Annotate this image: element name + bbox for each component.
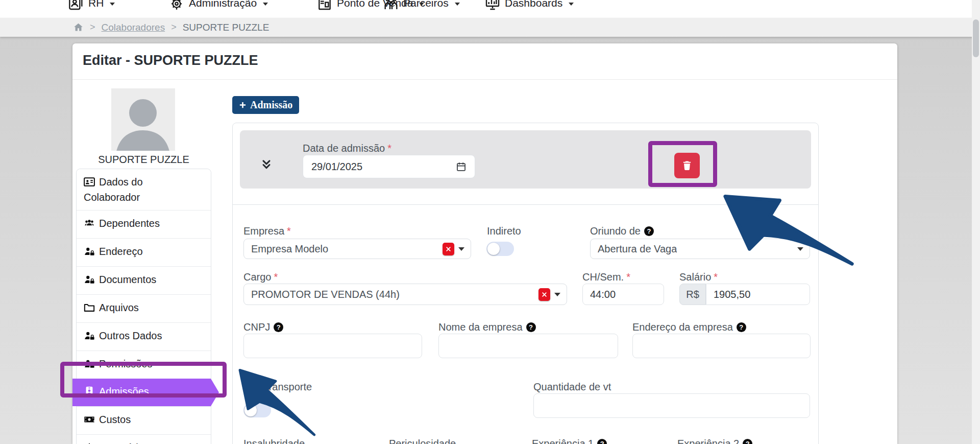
scales-icon [84,442,95,444]
admission-date-value: 29/01/2025 [311,161,456,173]
sidebar-item-dependentes[interactable]: Dependentes [77,210,211,238]
sidebar-item-custos[interactable]: Custos [77,406,211,434]
nome-da-empresa-input[interactable] [438,334,618,358]
partners-icon [383,0,399,11]
nav-item-label: Administração [189,0,257,9]
sidebar-item-label: Custos [99,414,131,425]
chevron-down-icon [263,3,268,6]
scrollbar-track[interactable] [972,0,980,444]
dropdown-caret-icon [797,247,803,251]
required-mark: * [714,271,718,283]
admission-date-label: Data de admissão* [303,143,391,154]
dropdown-caret-icon [554,293,560,296]
sidebar-item-dados-do-colaborador[interactable]: Dados do Colaborador [77,169,211,210]
quantidade-vt-input[interactable] [533,393,810,418]
sidebar-item-admissoes[interactable]: Admissões [72,379,219,406]
chevron-down-icon [455,3,460,6]
trash-icon [681,160,693,171]
angles-down-icon[interactable] [261,159,272,171]
user-lock-icon [84,246,95,260]
vale-transporte-label: Vale transporte [243,381,312,393]
empresa-select[interactable]: Empresa Modelo [243,239,471,259]
sidebar-item-permissoes[interactable]: Permissões [77,350,211,379]
cargo-value: PROMOTOR DE VENDAS (44h) [251,289,400,300]
question-icon[interactable]: ? [526,322,536,332]
add-admission-button[interactable]: Admissão [232,96,299,114]
quantidade-vt-label: Quantidade de vt [533,381,611,393]
empresa-label: Empresa* [243,225,291,237]
add-admission-label: Admissão [250,99,292,111]
calendar-icon[interactable] [456,161,467,172]
cnpj-input[interactable] [243,334,422,358]
indireto-toggle[interactable] [486,242,514,256]
ch-sem-input[interactable] [582,284,664,305]
clear-x-icon[interactable] [538,288,550,301]
sidebar-tabs: Dados do Colaborador Dependentes Endereç… [76,169,211,444]
chevron-down-icon [110,3,115,6]
dropdown-caret-icon [458,247,464,251]
oriundo-de-value: Abertura de Vaga [598,243,677,255]
question-icon[interactable]: ? [644,226,654,236]
breadcrumb-link-colaboradores[interactable]: Colaboradores [102,22,165,33]
divider [72,79,897,80]
nav-item-parceiros[interactable]: Parceiros [383,0,460,11]
administration-icon [168,0,185,11]
sidebar-item-label: Permissões [99,358,152,369]
plus-icon [239,101,247,109]
experiencia-1-label: Experiência 1? [532,438,607,444]
admission-date-input[interactable]: 29/01/2025 [303,155,475,178]
sidebar-item-label: Arquivos [99,302,139,313]
users-icon [84,218,95,232]
required-mark: * [626,271,630,283]
clear-x-icon[interactable] [443,243,454,255]
required-mark: * [274,271,278,283]
question-icon[interactable]: ? [274,322,283,332]
sidebar-item-documentos[interactable]: Documentos [77,266,211,294]
endereco-da-empresa-input[interactable] [632,334,811,358]
oriundo-de-select[interactable]: Abertura de Vaga [590,239,810,259]
page-title: Editar - SUPORTE PUZZLE [83,53,258,68]
delete-admission-button[interactable] [674,153,700,178]
question-icon[interactable]: ? [743,439,752,444]
question-icon[interactable]: ? [597,439,607,444]
rh-icon [68,0,84,11]
sidebar-item-endereco[interactable]: Endereço [77,238,211,266]
insalubridade-label: Insalubridade [243,438,305,444]
nav-item-dashboards[interactable]: Dashboards [484,0,574,11]
question-icon[interactable]: ? [737,322,746,332]
nav-item-rh[interactable]: RH [68,0,115,11]
nav-item-label: RH [88,0,104,9]
indireto-label: Indireto [487,225,521,237]
nav-item-administracao[interactable]: Administração [168,0,268,11]
point-of-sale-icon [316,0,333,11]
vale-transporte-toggle[interactable] [243,403,271,417]
breadcrumb-current: SUPORTE PUZZLE [183,22,270,33]
salario-label: Salário* [679,271,718,283]
cargo-select[interactable]: PROMOTOR DE VENDAS (44h) [243,284,567,305]
breadcrumb: > Colaboradores > SUPORTE PUZZLE [0,18,980,37]
money-bill-icon [84,414,95,428]
cnpj-label: CNPJ? [243,321,283,333]
sidebar-item-label: Dependentes [99,218,160,229]
admission-card: Data de admissão* 29/01/2025 Empresa* Em… [232,123,819,444]
sidebar-item-label: Endereço [99,246,143,257]
user-lock-icon [84,330,95,344]
home-icon[interactable] [73,22,84,33]
top-navigation: RH Administração Ponto de Venda Parceiro… [0,0,980,18]
oriundo-de-label: Oriundo de? [590,225,654,237]
sidebar-item-arquivos[interactable]: Arquivos [77,294,211,322]
sidebar-item-outros-dados[interactable]: Outros Dados [77,322,211,350]
breadcrumb-separator: > [171,22,177,33]
toggle-knob [244,404,257,416]
sidebar-item-label: Admissões [99,386,149,397]
salario-input[interactable] [706,284,810,305]
periculosidade-label: Periculosidade [389,438,456,444]
sidebar-item-inventario[interactable]: Inventário [77,434,211,444]
id-badge-icon [84,386,95,400]
endereco-da-empresa-label: Endereço da empresa? [632,321,746,333]
scrollbar-thumb[interactable] [973,19,979,57]
required-mark: * [387,143,391,154]
toggle-knob [487,243,500,255]
experiencia-2-label: Experiência 2? [677,438,752,444]
id-card-icon [84,176,95,191]
